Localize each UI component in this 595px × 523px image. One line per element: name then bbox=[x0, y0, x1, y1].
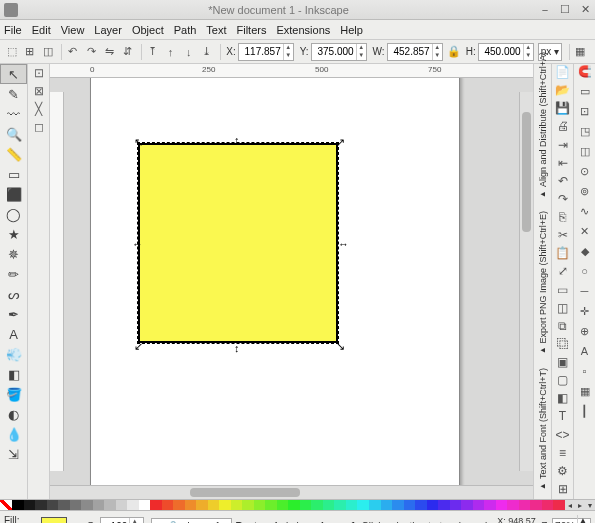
pencil-tool-icon[interactable]: ✏ bbox=[0, 264, 27, 284]
spray-tool-icon[interactable]: 💨 bbox=[0, 344, 27, 364]
palette-swatch[interactable] bbox=[484, 500, 496, 510]
snap-cusp-icon[interactable]: ◆ bbox=[581, 245, 589, 263]
bezier-tool-icon[interactable]: ᔕ bbox=[0, 284, 27, 304]
x-field[interactable] bbox=[239, 46, 283, 57]
opacity-input[interactable]: ▲▼ bbox=[100, 517, 144, 523]
snap-rot-center-icon[interactable]: ⊕ bbox=[580, 325, 589, 343]
palette-swatch[interactable] bbox=[70, 500, 82, 510]
palette-swatch[interactable] bbox=[404, 500, 416, 510]
menu-path[interactable]: Path bbox=[174, 24, 197, 36]
duplicate-icon[interactable]: ⧉ bbox=[558, 319, 567, 335]
maximize-button[interactable]: ☐ bbox=[558, 3, 572, 17]
palette-swatch[interactable] bbox=[162, 500, 174, 510]
rotate-cw-icon[interactable]: ↷ bbox=[83, 43, 98, 61]
group-icon[interactable]: ▣ bbox=[557, 355, 568, 371]
handle-ne-icon[interactable]: ↗ bbox=[336, 138, 345, 147]
snap-page-icon[interactable]: ▫ bbox=[583, 365, 587, 383]
fill-tool-icon[interactable]: 🪣 bbox=[0, 384, 27, 404]
select-all-layers-icon[interactable]: ⬚ bbox=[4, 43, 19, 61]
palette-swatch[interactable] bbox=[93, 500, 105, 510]
star-tool-icon[interactable]: ★ bbox=[0, 224, 27, 244]
tweak-tool-icon[interactable]: 〰 bbox=[0, 104, 27, 124]
zoom-drawing-icon[interactable]: ◫ bbox=[557, 301, 568, 317]
palette-swatch[interactable] bbox=[300, 500, 312, 510]
palette-swatch[interactable] bbox=[116, 500, 128, 510]
menu-text[interactable]: Text bbox=[206, 24, 226, 36]
palette-swatch[interactable] bbox=[496, 500, 508, 510]
snap-guide-icon[interactable]: ┃ bbox=[581, 405, 588, 423]
menu-object[interactable]: Object bbox=[132, 24, 164, 36]
eraser-tool-icon[interactable]: ◧ bbox=[0, 364, 27, 384]
layer-selector[interactable]: 👁 🔓 ▾Layer 1 ▾ bbox=[151, 518, 232, 523]
palette-swatch[interactable] bbox=[47, 500, 59, 510]
menu-edit[interactable]: Edit bbox=[32, 24, 51, 36]
snap-smooth-icon[interactable]: ○ bbox=[581, 265, 588, 283]
lower-icon[interactable]: ↓ bbox=[181, 43, 196, 61]
ellipse-tool-icon[interactable]: ◯ bbox=[0, 204, 27, 224]
vertical-scrollbar[interactable] bbox=[519, 92, 533, 471]
handle-s-icon[interactable]: ↕ bbox=[234, 344, 243, 353]
cut-icon[interactable]: ✂ bbox=[558, 228, 568, 244]
gradient-tool-icon[interactable]: ◐ bbox=[0, 404, 27, 424]
menu-filters[interactable]: Filters bbox=[237, 24, 267, 36]
raise-top-icon[interactable]: ⤒ bbox=[145, 43, 160, 61]
ruler-horizontal[interactable]: 0 250 500 750 bbox=[50, 64, 533, 78]
snap-enable-icon[interactable]: 🧲 bbox=[578, 65, 592, 83]
new-doc-icon[interactable]: 📄 bbox=[555, 65, 570, 81]
palette-scroll-left-icon[interactable]: ◂ bbox=[565, 500, 575, 510]
no-fill-swatch[interactable] bbox=[0, 500, 12, 510]
ruler-vertical[interactable] bbox=[50, 92, 64, 471]
palette-swatch[interactable] bbox=[415, 500, 427, 510]
snap-line-mid-icon[interactable]: ─ bbox=[581, 285, 589, 303]
palette-swatch[interactable] bbox=[58, 500, 70, 510]
palette-swatch[interactable] bbox=[185, 500, 197, 510]
palette-swatch[interactable] bbox=[542, 500, 554, 510]
snap-bbox-edge-icon[interactable]: ⊡ bbox=[580, 105, 589, 123]
doc-props-icon[interactable]: ⊞ bbox=[558, 482, 568, 498]
snap-bbox-center-icon[interactable]: ⊙ bbox=[580, 165, 589, 183]
prefs-icon[interactable]: ⚙ bbox=[557, 464, 568, 480]
print-icon[interactable]: 🖨 bbox=[557, 119, 569, 135]
menu-file[interactable]: File bbox=[4, 24, 22, 36]
save-icon[interactable]: 💾 bbox=[555, 101, 570, 117]
palette-swatch[interactable] bbox=[265, 500, 277, 510]
measure-tool-icon[interactable]: 📏 bbox=[0, 144, 27, 164]
menu-view[interactable]: View bbox=[61, 24, 85, 36]
dock-tab-align[interactable]: ▸ Align and Distribute (Shift+Ctrl+A) bbox=[537, 49, 549, 203]
3dbox-tool-icon[interactable]: ⬛ bbox=[0, 184, 27, 204]
palette-scroll-right-icon[interactable]: ▸ bbox=[575, 500, 585, 510]
palette-swatch[interactable] bbox=[323, 500, 335, 510]
handle-nw-icon[interactable]: ↖ bbox=[134, 138, 143, 147]
copy-icon[interactable]: ⎘ bbox=[559, 210, 566, 226]
palette-swatch[interactable] bbox=[346, 500, 358, 510]
palette-swatch[interactable] bbox=[288, 500, 300, 510]
lower-bottom-icon[interactable]: ⤓ bbox=[199, 43, 214, 61]
handle-w-icon[interactable]: ↔ bbox=[132, 240, 141, 249]
snap-text-icon[interactable]: A bbox=[581, 345, 588, 363]
snap-obj-center-icon[interactable]: ✛ bbox=[580, 305, 589, 323]
rectangle-tool-icon[interactable]: ▭ bbox=[0, 164, 27, 184]
snap-path-icon[interactable]: ∿ bbox=[580, 205, 589, 223]
minimize-button[interactable]: − bbox=[538, 3, 552, 17]
palette-swatch[interactable] bbox=[254, 500, 266, 510]
palette-swatch[interactable] bbox=[553, 500, 565, 510]
palette-swatch[interactable] bbox=[311, 500, 323, 510]
snap-bbox-corner-icon[interactable]: ◳ bbox=[580, 125, 590, 143]
palette-swatch[interactable] bbox=[24, 500, 36, 510]
canvas[interactable]: ↖ ↕ ↗ ↔ ↔ ↙ ↕ ↘ bbox=[50, 78, 533, 485]
calligraphy-tool-icon[interactable]: ✒ bbox=[0, 304, 27, 324]
handle-e-icon[interactable]: ↔ bbox=[338, 240, 347, 249]
snap-bbox-icon[interactable]: ▭ bbox=[580, 85, 590, 103]
rotate-ccw-icon[interactable]: ↶ bbox=[65, 43, 80, 61]
aux-icon[interactable]: ◻ bbox=[34, 120, 44, 138]
menu-help[interactable]: Help bbox=[340, 24, 363, 36]
snap-bbox-mid-icon[interactable]: ◫ bbox=[580, 145, 590, 163]
palette-swatch[interactable] bbox=[450, 500, 462, 510]
palette-swatch[interactable] bbox=[219, 500, 231, 510]
y-field[interactable] bbox=[312, 46, 356, 57]
export-icon[interactable]: ⇤ bbox=[558, 156, 568, 172]
ungroup-icon[interactable]: ▢ bbox=[557, 373, 568, 389]
palette-swatch[interactable] bbox=[127, 500, 139, 510]
connector-tool-icon[interactable]: ⇲ bbox=[0, 444, 27, 464]
horizontal-scrollbar[interactable] bbox=[50, 485, 533, 499]
